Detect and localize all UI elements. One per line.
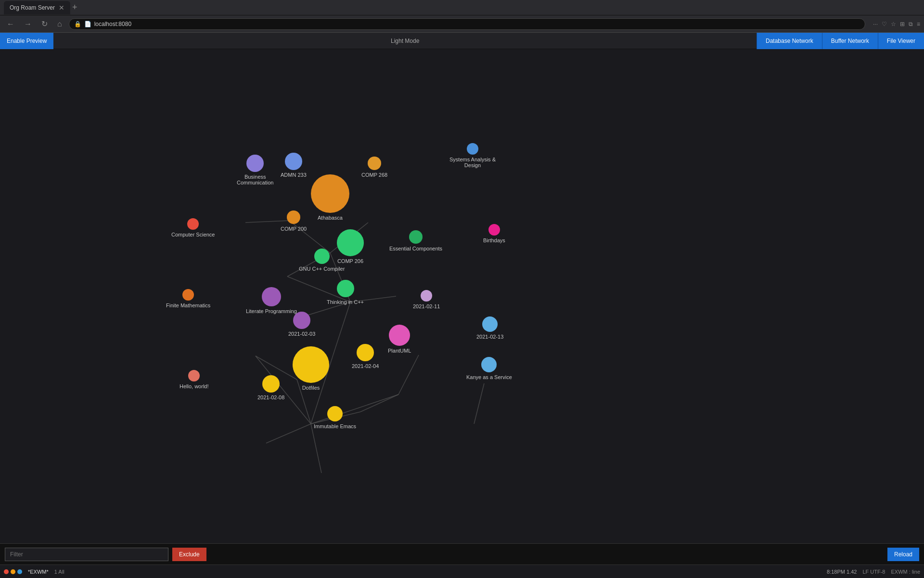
status-dots — [4, 569, 22, 574]
node-label-date-2021-02-03: 2021-02-03 — [288, 331, 315, 337]
node-plantUML[interactable]: PlantUML — [388, 325, 411, 354]
node-circle-comp200 — [287, 210, 300, 224]
status-time: 8:18PM 1.42 — [827, 569, 857, 575]
node-label-systems-analysis: Systems Analysis &Design — [449, 157, 496, 168]
node-label-athabasca: Athabasca — [318, 215, 343, 221]
node-circle-gnu-cpp — [314, 249, 330, 264]
enable-preview-button[interactable]: Enable Preview — [0, 33, 53, 49]
node-label-admn233: ADMN 233 — [281, 172, 307, 178]
security-icon: 🔒 — [74, 21, 81, 27]
node-hello-world[interactable]: Hello, world! — [180, 370, 209, 389]
node-label-comp200: COMP 200 — [281, 226, 307, 232]
status-desktop: 1 All — [54, 569, 64, 575]
layout-icon[interactable]: ⊞ — [900, 21, 905, 27]
node-circle-hello-world — [188, 370, 200, 381]
node-circle-computer-science — [187, 218, 199, 230]
url-bar[interactable]: 🔒 📄 localhost:8080 — [69, 18, 865, 30]
node-label-dotfiles: Dotfiles — [302, 385, 320, 391]
dot-red — [4, 569, 9, 574]
node-birthdays[interactable]: Birthdays — [483, 224, 505, 243]
filter-input[interactable] — [5, 548, 168, 561]
node-circle-literate-prog — [262, 287, 281, 306]
node-label-plantUML: PlantUML — [388, 348, 411, 354]
hamburger-icon[interactable]: ≡ — [917, 21, 920, 27]
node-circle-athabasca — [311, 174, 349, 213]
node-date-2021-02-08[interactable]: 2021-02-08 — [257, 375, 284, 400]
active-tab[interactable]: Org Roam Server ✕ — [4, 1, 70, 14]
node-circle-date-2021-02-11 — [421, 290, 432, 302]
node-label-birthdays: Birthdays — [483, 237, 505, 243]
node-comp200[interactable]: COMP 200 — [281, 210, 307, 232]
node-date-2021-02-04[interactable]: 2021-02-04 — [352, 344, 379, 369]
svg-line-15 — [360, 394, 398, 412]
node-label-computer-science: Computer Science — [171, 232, 215, 237]
node-circle-finite-math — [182, 289, 194, 301]
node-circle-date-2021-02-03 — [293, 312, 310, 329]
node-date-2021-02-03[interactable]: 2021-02-03 — [288, 312, 315, 337]
home-button[interactable]: ⌂ — [54, 19, 65, 29]
svg-line-18 — [266, 424, 311, 443]
node-label-comp268: COMP 268 — [361, 172, 387, 178]
node-business-communication[interactable]: BusinessCommunication — [237, 155, 273, 185]
edges-svg — [0, 49, 924, 543]
reload-button[interactable]: Reload — [887, 548, 919, 561]
bookmark-icon[interactable]: ♡ — [882, 21, 887, 27]
node-date-2021-02-11[interactable]: 2021-02-11 — [413, 290, 440, 309]
node-label-immutable-emacs: Immutable Emacs — [314, 423, 356, 429]
node-essential-components[interactable]: Essential Components — [389, 230, 442, 251]
node-thinking-cpp[interactable]: Thinking in C++ — [327, 280, 364, 305]
node-label-finite-math: Finite Mathematics — [166, 302, 210, 308]
tab-buffer-network[interactable]: Buffer Network — [822, 33, 878, 49]
node-dotfiles[interactable]: Dotfiles — [293, 346, 329, 391]
svg-line-19 — [311, 424, 321, 473]
tab-file-viewer[interactable]: File Viewer — [878, 33, 924, 49]
svg-line-13 — [398, 355, 419, 394]
node-gnu-cpp[interactable]: GNU C++ Compiler — [299, 249, 345, 272]
node-label-gnu-cpp: GNU C++ Compiler — [299, 266, 345, 272]
node-athabasca[interactable]: Athabasca — [311, 174, 349, 221]
menu-dots[interactable]: ··· — [873, 21, 878, 27]
node-kanye[interactable]: Kanye as a Service — [466, 357, 512, 380]
node-label-thinking-cpp: Thinking in C++ — [327, 299, 364, 305]
forward-button[interactable]: → — [21, 19, 35, 29]
svg-line-17 — [474, 383, 484, 424]
node-circle-date-2021-02-13 — [482, 316, 498, 332]
split-icon[interactable]: ⧉ — [909, 21, 913, 27]
star-icon[interactable]: ☆ — [891, 21, 896, 27]
node-circle-kanye — [481, 357, 497, 372]
node-computer-science[interactable]: Computer Science — [171, 218, 215, 237]
node-literate-prog[interactable]: Literate Programming — [246, 287, 297, 314]
node-circle-thinking-cpp — [337, 280, 354, 297]
dot-yellow — [11, 569, 15, 574]
node-systems-analysis[interactable]: Systems Analysis &Design — [449, 143, 496, 168]
node-admn233[interactable]: ADMN 233 — [281, 153, 307, 178]
node-date-2021-02-13[interactable]: 2021-02-13 — [476, 316, 503, 340]
exclude-button[interactable]: Exclude — [172, 548, 206, 561]
node-label-date-2021-02-13: 2021-02-13 — [476, 334, 503, 340]
node-circle-dotfiles — [293, 346, 329, 383]
node-circle-business-communication — [246, 155, 264, 172]
node-label-essential-components: Essential Components — [389, 246, 442, 251]
node-label-business-communication: BusinessCommunication — [237, 174, 273, 185]
tab-database-network[interactable]: Database Network — [757, 33, 822, 49]
node-finite-math[interactable]: Finite Mathematics — [166, 289, 210, 308]
node-circle-admn233 — [285, 153, 302, 170]
page-icon: 📄 — [84, 21, 91, 27]
main-canvas: BusinessCommunicationADMN 233COMP 268Sys… — [0, 49, 924, 543]
browser-actions: ··· ♡ ☆ ⊞ ⧉ ≡ — [873, 21, 920, 27]
node-immutable-emacs[interactable]: Immutable Emacs — [314, 406, 356, 429]
tab-close-icon[interactable]: ✕ — [59, 4, 64, 12]
node-circle-plantUML — [389, 325, 410, 346]
svg-line-8 — [335, 302, 350, 348]
node-circle-comp268 — [368, 157, 381, 170]
node-circle-date-2021-02-08 — [262, 375, 280, 393]
new-tab-button[interactable]: + — [72, 2, 77, 13]
node-comp268[interactable]: COMP 268 — [361, 157, 387, 178]
node-circle-date-2021-02-04 — [357, 344, 374, 361]
node-label-date-2021-02-08: 2021-02-08 — [257, 394, 284, 400]
node-circle-systems-analysis — [467, 143, 478, 155]
tab-bar: Org Roam Server ✕ + — [0, 0, 924, 15]
back-button[interactable]: ← — [4, 19, 17, 29]
browser-bar: ← → ↻ ⌂ 🔒 📄 localhost:8080 ··· ♡ ☆ ⊞ ⧉ ≡ — [0, 15, 924, 33]
reload-browser-button[interactable]: ↻ — [38, 18, 51, 29]
